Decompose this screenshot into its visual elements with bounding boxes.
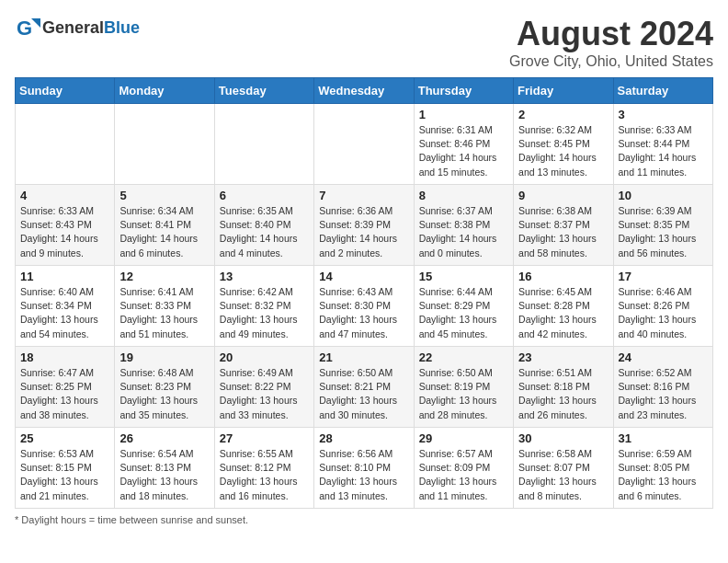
calendar-cell: 5Sunrise: 6:34 AM Sunset: 8:41 PM Daylig… (115, 185, 214, 266)
header-day-thursday: Thursday (414, 78, 513, 104)
day-number: 21 (319, 350, 408, 364)
day-info: Sunrise: 6:31 AM Sunset: 8:46 PM Dayligh… (419, 123, 508, 179)
day-number: 13 (220, 270, 309, 283)
day-info: Sunrise: 6:52 AM Sunset: 8:16 PM Dayligh… (619, 366, 708, 422)
calendar-cell: 27Sunrise: 6:55 AM Sunset: 8:12 PM Dayli… (214, 428, 313, 509)
calendar-cell: 7Sunrise: 6:36 AM Sunset: 8:39 PM Daylig… (314, 185, 414, 266)
day-info: Sunrise: 6:49 AM Sunset: 8:22 PM Dayligh… (220, 366, 309, 422)
calendar-cell (214, 104, 313, 185)
day-info: Sunrise: 6:37 AM Sunset: 8:38 PM Dayligh… (419, 204, 508, 260)
week-row-5: 25Sunrise: 6:53 AM Sunset: 8:15 PM Dayli… (16, 428, 713, 509)
calendar-cell: 28Sunrise: 6:56 AM Sunset: 8:10 PM Dayli… (314, 428, 414, 509)
day-info: Sunrise: 6:50 AM Sunset: 8:19 PM Dayligh… (419, 366, 508, 422)
day-info: Sunrise: 6:56 AM Sunset: 8:10 PM Dayligh… (319, 447, 408, 503)
day-number: 18 (20, 350, 109, 364)
calendar-cell: 9Sunrise: 6:38 AM Sunset: 8:37 PM Daylig… (514, 185, 613, 266)
day-number: 17 (619, 270, 708, 283)
calendar-cell: 6Sunrise: 6:35 AM Sunset: 8:40 PM Daylig… (214, 185, 313, 266)
header-row: SundayMondayTuesdayWednesdayThursdayFrid… (16, 78, 713, 104)
day-number: 3 (619, 108, 708, 121)
day-info: Sunrise: 6:46 AM Sunset: 8:26 PM Dayligh… (619, 285, 708, 341)
calendar-cell: 22Sunrise: 6:50 AM Sunset: 8:19 PM Dayli… (414, 347, 513, 428)
day-info: Sunrise: 6:43 AM Sunset: 8:30 PM Dayligh… (319, 285, 408, 341)
calendar-cell: 15Sunrise: 6:44 AM Sunset: 8:29 PM Dayli… (414, 266, 513, 347)
calendar-cell: 24Sunrise: 6:52 AM Sunset: 8:16 PM Dayli… (613, 347, 712, 428)
calendar-cell: 25Sunrise: 6:53 AM Sunset: 8:15 PM Dayli… (16, 428, 115, 509)
day-number: 19 (119, 350, 209, 364)
calendar-cell: 20Sunrise: 6:49 AM Sunset: 8:22 PM Dayli… (214, 347, 313, 428)
calendar-cell: 29Sunrise: 6:57 AM Sunset: 8:09 PM Dayli… (414, 428, 513, 509)
day-info: Sunrise: 6:34 AM Sunset: 8:41 PM Dayligh… (119, 204, 209, 260)
day-number: 15 (419, 270, 508, 283)
header-day-wednesday: Wednesday (314, 78, 414, 104)
day-info: Sunrise: 6:54 AM Sunset: 8:13 PM Dayligh… (119, 447, 209, 503)
calendar-cell: 4Sunrise: 6:33 AM Sunset: 8:43 PM Daylig… (16, 185, 115, 266)
day-number: 23 (518, 350, 608, 364)
day-info: Sunrise: 6:35 AM Sunset: 8:40 PM Dayligh… (220, 204, 309, 260)
day-info: Sunrise: 6:45 AM Sunset: 8:28 PM Dayligh… (518, 285, 608, 341)
calendar-cell: 30Sunrise: 6:58 AM Sunset: 8:07 PM Dayli… (514, 428, 613, 509)
day-number: 6 (220, 189, 309, 202)
calendar-cell: 1Sunrise: 6:31 AM Sunset: 8:46 PM Daylig… (414, 104, 513, 185)
calendar-header: SundayMondayTuesdayWednesdayThursdayFrid… (16, 78, 713, 104)
calendar-cell: 14Sunrise: 6:43 AM Sunset: 8:30 PM Dayli… (314, 266, 414, 347)
day-number: 29 (419, 431, 508, 445)
calendar-cell: 3Sunrise: 6:33 AM Sunset: 8:44 PM Daylig… (613, 104, 712, 185)
calendar-cell: 21Sunrise: 6:50 AM Sunset: 8:21 PM Dayli… (314, 347, 414, 428)
day-info: Sunrise: 6:33 AM Sunset: 8:43 PM Dayligh… (20, 204, 109, 260)
day-number: 31 (619, 431, 708, 445)
logo-blue: Blue (104, 18, 140, 37)
calendar-cell: 2Sunrise: 6:32 AM Sunset: 8:45 PM Daylig… (514, 104, 613, 185)
calendar-cell (314, 104, 414, 185)
calendar-cell: 17Sunrise: 6:46 AM Sunset: 8:26 PM Dayli… (613, 266, 712, 347)
day-info: Sunrise: 6:33 AM Sunset: 8:44 PM Dayligh… (619, 123, 708, 179)
header-day-tuesday: Tuesday (214, 78, 313, 104)
header-day-saturday: Saturday (613, 78, 712, 104)
day-info: Sunrise: 6:57 AM Sunset: 8:09 PM Dayligh… (419, 447, 508, 503)
day-number: 20 (220, 350, 309, 364)
day-number: 5 (119, 189, 209, 202)
calendar-cell (115, 104, 214, 185)
day-number: 30 (518, 431, 608, 445)
calendar-cell: 16Sunrise: 6:45 AM Sunset: 8:28 PM Dayli… (514, 266, 613, 347)
calendar-cell: 31Sunrise: 6:59 AM Sunset: 8:05 PM Dayli… (613, 428, 712, 509)
header-day-monday: Monday (115, 78, 214, 104)
header-day-sunday: Sunday (16, 78, 115, 104)
day-info: Sunrise: 6:59 AM Sunset: 8:05 PM Dayligh… (619, 447, 708, 503)
header-day-friday: Friday (514, 78, 613, 104)
day-info: Sunrise: 6:50 AM Sunset: 8:21 PM Dayligh… (319, 366, 408, 422)
day-info: Sunrise: 6:55 AM Sunset: 8:12 PM Dayligh… (220, 447, 309, 503)
day-number: 24 (619, 350, 708, 364)
calendar-title: August 2024 (509, 15, 713, 53)
day-number: 8 (419, 189, 508, 202)
day-number: 27 (220, 431, 309, 445)
day-number: 22 (419, 350, 508, 364)
day-number: 14 (319, 270, 408, 283)
day-info: Sunrise: 6:41 AM Sunset: 8:33 PM Dayligh… (119, 285, 209, 341)
calendar-cell: 10Sunrise: 6:39 AM Sunset: 8:35 PM Dayli… (613, 185, 712, 266)
calendar-cell: 12Sunrise: 6:41 AM Sunset: 8:33 PM Dayli… (115, 266, 214, 347)
calendar-cell: 11Sunrise: 6:40 AM Sunset: 8:34 PM Dayli… (16, 266, 115, 347)
day-info: Sunrise: 6:38 AM Sunset: 8:37 PM Dayligh… (518, 204, 608, 260)
calendar-cell: 13Sunrise: 6:42 AM Sunset: 8:32 PM Dayli… (214, 266, 313, 347)
day-info: Sunrise: 6:36 AM Sunset: 8:39 PM Dayligh… (319, 204, 408, 260)
day-info: Sunrise: 6:48 AM Sunset: 8:23 PM Dayligh… (119, 366, 209, 422)
week-row-4: 18Sunrise: 6:47 AM Sunset: 8:25 PM Dayli… (16, 347, 713, 428)
calendar-body: 1Sunrise: 6:31 AM Sunset: 8:46 PM Daylig… (16, 104, 713, 509)
day-number: 11 (20, 270, 109, 283)
day-info: Sunrise: 6:47 AM Sunset: 8:25 PM Dayligh… (20, 366, 109, 422)
calendar-cell: 26Sunrise: 6:54 AM Sunset: 8:13 PM Dayli… (115, 428, 214, 509)
day-info: Sunrise: 6:39 AM Sunset: 8:35 PM Dayligh… (619, 204, 708, 260)
day-info: Sunrise: 6:40 AM Sunset: 8:34 PM Dayligh… (20, 285, 109, 341)
svg-text:G: G (17, 17, 32, 40)
page-header: G GeneralBlue August 2024 Grove City, Oh… (15, 15, 713, 70)
calendar-cell: 23Sunrise: 6:51 AM Sunset: 8:18 PM Dayli… (514, 347, 613, 428)
footer-note: * Daylight hours = time between sunrise … (15, 514, 713, 525)
calendar-cell (16, 104, 115, 185)
day-info: Sunrise: 6:32 AM Sunset: 8:45 PM Dayligh… (518, 123, 608, 179)
week-row-1: 1Sunrise: 6:31 AM Sunset: 8:46 PM Daylig… (16, 104, 713, 185)
day-number: 1 (419, 108, 508, 121)
day-number: 26 (119, 431, 209, 445)
week-row-2: 4Sunrise: 6:33 AM Sunset: 8:43 PM Daylig… (16, 185, 713, 266)
day-number: 12 (119, 270, 209, 283)
